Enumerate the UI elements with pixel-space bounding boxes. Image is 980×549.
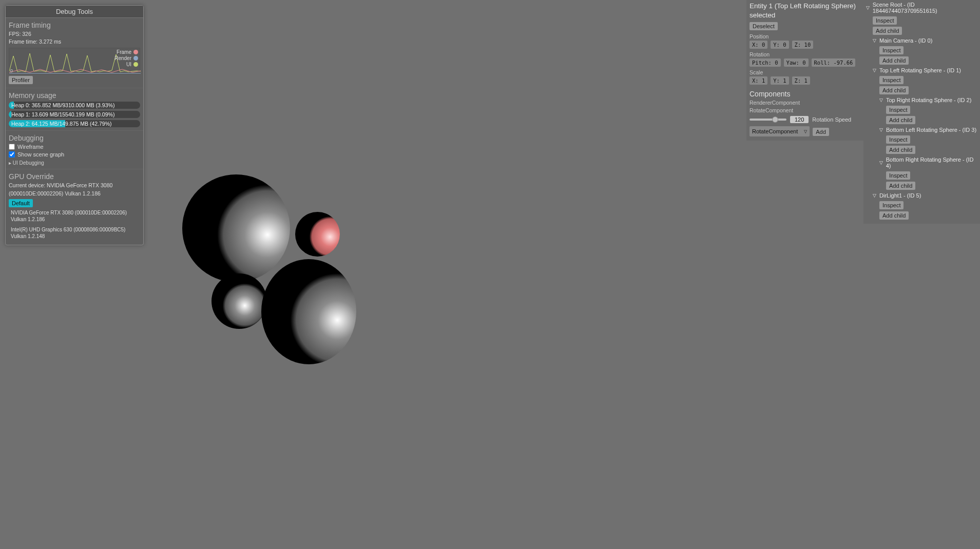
scene-child-row[interactable]: ▽Top Right Rotating Sphere - (ID 2) (879, 97, 977, 103)
add-component-combo[interactable]: RotateComponent▽ (750, 126, 810, 136)
scene-child-label: Top Right Rotating Sphere - (ID 2) (886, 97, 971, 103)
heap-2-bar: Heap 2: 64.125 MB/149.875 MB (42.79%) (9, 120, 140, 127)
wireframe-checkbox[interactable] (9, 144, 15, 150)
deselect-button[interactable]: Deselect (750, 22, 778, 30)
scene-child-label: Bottom Left Rotating Sphere - (ID 3) (886, 127, 976, 133)
legend-ui-dot (133, 62, 138, 67)
wireframe-checkbox-row[interactable]: Wireframe (9, 144, 140, 150)
legend-frame-dot (133, 50, 138, 54)
scene-node-row[interactable]: ▽DirLight1 - (ID 5) (873, 192, 977, 199)
inspector-panel: Entity 1 (Top Left Rotating Sphere) sele… (746, 0, 863, 141)
triangle-down-icon[interactable]: ▽ (873, 38, 877, 43)
scene-graph-panel: ▽Scene Root - (ID 18446744073709551615) … (863, 0, 980, 224)
showscene-label: Show scene graph (17, 151, 64, 158)
add-component-combo-label: RotateComponent (752, 128, 798, 134)
legend-frame-label: Frame (117, 49, 131, 55)
debugging-heading: Debugging (9, 134, 140, 142)
triangle-down-icon[interactable]: ▽ (879, 160, 884, 165)
sphere-bottom-right (261, 259, 356, 364)
position-label: Position (750, 33, 860, 40)
showscene-checkbox[interactable] (9, 151, 15, 158)
scene-node-row[interactable]: ▽Main Camera - (ID 0) (873, 37, 977, 44)
rot-pitch[interactable]: Pitch: 0 (750, 58, 781, 67)
legend-ui-label: UI (126, 62, 131, 67)
frame-graph: 0 Frame Render UI (9, 48, 140, 74)
legend-render-label: Render (114, 55, 131, 61)
scene-child-row[interactable]: ▽Bottom Left Rotating Sphere - (ID 3) (879, 127, 977, 133)
inspect-button[interactable]: Inspect (879, 201, 904, 209)
scene-root-inspect[interactable]: Inspect (873, 16, 897, 25)
chevron-down-icon: ▽ (804, 129, 807, 134)
frametime-label: Frame time: 3.272 ms (9, 38, 140, 46)
profiler-button[interactable]: Profiler (9, 76, 33, 84)
inspect-button[interactable]: Inspect (879, 46, 904, 54)
addchild-button[interactable]: Add child (886, 146, 915, 154)
inspect-button[interactable]: Inspect (886, 106, 910, 114)
scene-node-label: Top Left Rotating Sphere - (ID 1) (879, 67, 961, 73)
debug-tools-panel: Debug Tools Frame timing FPS: 326 Frame … (5, 5, 144, 245)
graph-tick-0: 0 (10, 68, 13, 73)
triangle-down-icon[interactable]: ▽ (879, 127, 884, 132)
component-renderer: RendererComponent (750, 100, 860, 106)
heap-0-bar: Heap 0: 365.852 MB/9310.000 MB (3.93%) (9, 102, 140, 109)
component-rotate: RotateComponent (750, 107, 860, 113)
frame-legend: Frame Render UI (114, 49, 138, 68)
scale-z[interactable]: Z: 1 (792, 76, 810, 85)
memory-heading: Memory usage (9, 91, 140, 100)
scale-x[interactable]: X: 1 (750, 76, 767, 85)
frame-timing-section: Frame timing FPS: 326 Frame time: 3.272 … (6, 18, 143, 88)
heap-1-label: Heap 1: 13.609 MB/15540.199 MB (0.09%) (11, 111, 114, 118)
gpu-default-button[interactable]: Default (9, 199, 33, 207)
gpu-current: Current device: NVIDIA GeForce RTX 3080 … (9, 182, 140, 197)
pos-z[interactable]: Z: 10 (792, 41, 814, 49)
rot-roll[interactable]: Roll: -97.66 (812, 58, 856, 67)
slider-thumb[interactable] (772, 116, 778, 123)
gpu-option-0[interactable]: NVIDIA GeForce RTX 3080 (000010DE:000022… (9, 208, 140, 225)
gpu-option-1[interactable]: Intel(R) UHD Graphics 630 (00008086:0000… (9, 225, 140, 242)
rotation-speed-slider[interactable] (750, 119, 786, 121)
heap-2-label: Heap 2: 64.125 MB/149.875 MB (42.79%) (11, 120, 112, 127)
scene-node-label: DirLight1 - (ID 5) (879, 192, 921, 199)
add-component-button[interactable]: Add (813, 128, 829, 136)
legend-render-dot (133, 56, 138, 61)
ui-debugging-toggle[interactable]: ▸ UI Debugging (9, 160, 44, 166)
scene-node-label: Main Camera - (ID 0) (879, 37, 932, 44)
memory-section: Memory usage Heap 0: 365.852 MB/9310.000… (6, 88, 143, 131)
rotation-label: Rotation (750, 51, 860, 57)
showscene-checkbox-row[interactable]: Show scene graph (9, 151, 140, 158)
triangle-down-icon[interactable]: ▽ (873, 193, 877, 198)
sphere-top-right (295, 212, 340, 257)
inspector-title: Entity 1 (Top Left Rotating Sphere) sele… (750, 2, 860, 19)
inspect-button[interactable]: Inspect (886, 135, 910, 144)
addchild-button[interactable]: Add child (879, 211, 909, 220)
debugging-section: Debugging Wireframe Show scene graph ▸ U… (6, 131, 143, 169)
rotation-speed-value[interactable]: 120 (790, 116, 809, 123)
heap-1-bar: Heap 1: 13.609 MB/15540.199 MB (0.09%) (9, 111, 140, 118)
rot-yaw[interactable]: Yaw: 0 (784, 58, 809, 67)
components-heading: Components (750, 90, 860, 98)
inspect-button[interactable]: Inspect (879, 76, 904, 84)
wireframe-label: Wireframe (17, 144, 44, 150)
scene-child-row[interactable]: ▽Bottom Right Rotating Sphere - (ID 4) (879, 156, 977, 169)
pos-x[interactable]: X: 0 (750, 41, 767, 49)
triangle-down-icon[interactable]: ▽ (866, 5, 871, 10)
scale-y[interactable]: Y: 1 (771, 76, 789, 85)
scene-child-label: Bottom Right Rotating Sphere - (ID 4) (886, 156, 977, 169)
addchild-button[interactable]: Add child (886, 116, 915, 124)
scene-node-row[interactable]: ▽Top Left Rotating Sphere - (ID 1) (873, 67, 977, 73)
triangle-down-icon[interactable]: ▽ (879, 97, 884, 103)
scene-root-row[interactable]: ▽Scene Root - (ID 18446744073709551615) (866, 2, 977, 14)
gpu-heading: GPU Override (9, 172, 140, 181)
scale-label: Scale (750, 69, 860, 75)
addchild-button[interactable]: Add child (879, 56, 909, 65)
gpu-section: GPU Override Current device: NVIDIA GeFo… (6, 169, 143, 244)
inspect-button[interactable]: Inspect (886, 171, 910, 180)
sphere-top-left (182, 174, 290, 282)
frame-timing-heading: Frame timing (9, 21, 140, 29)
addchild-button[interactable]: Add child (886, 182, 915, 190)
sphere-bottom-left (212, 273, 267, 329)
scene-root-addchild[interactable]: Add child (873, 27, 902, 35)
pos-y[interactable]: Y: 0 (771, 41, 789, 49)
addchild-button[interactable]: Add child (879, 86, 909, 94)
triangle-down-icon[interactable]: ▽ (873, 68, 877, 73)
